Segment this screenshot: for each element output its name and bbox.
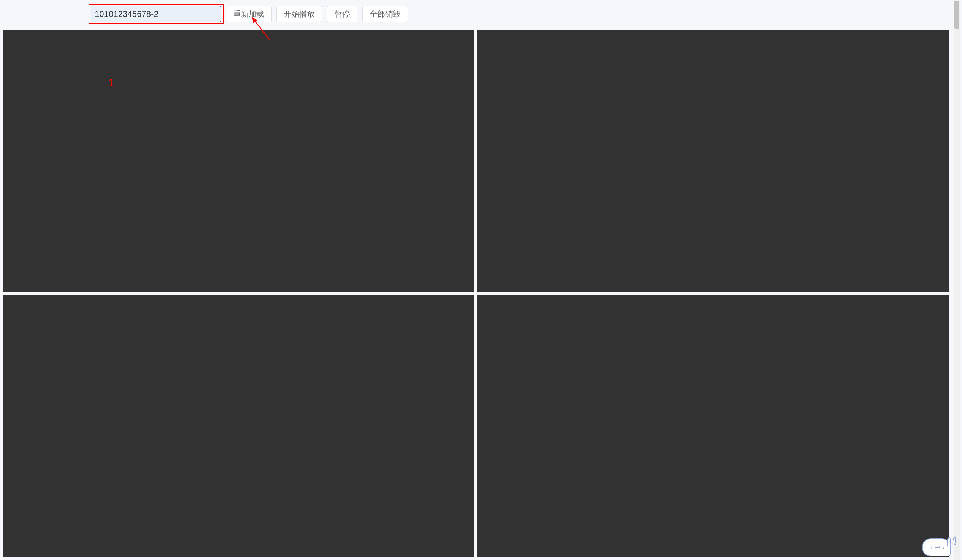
video-panel-2[interactable]: [477, 29, 949, 292]
destroy-all-button[interactable]: 全部销毁: [362, 6, 408, 23]
reload-button[interactable]: 重新加载: [226, 6, 271, 23]
video-panel-3[interactable]: [3, 294, 475, 557]
play-button[interactable]: 开始播放: [276, 6, 322, 23]
video-grid: [0, 28, 951, 560]
id-input-wrapper: [91, 6, 221, 23]
main-area: 重新加载 开始播放 暂停 全部销毁: [0, 0, 951, 560]
pause-button[interactable]: 暂停: [327, 6, 357, 23]
scrollbar-thumb[interactable]: [954, 1, 959, 29]
vertical-scrollbar[interactable]: [954, 0, 960, 560]
toolbar: 重新加载 开始播放 暂停 全部销毁: [0, 0, 951, 28]
video-panel-1[interactable]: [3, 29, 475, 292]
video-panel-4[interactable]: [477, 294, 949, 557]
id-input[interactable]: [91, 6, 221, 23]
